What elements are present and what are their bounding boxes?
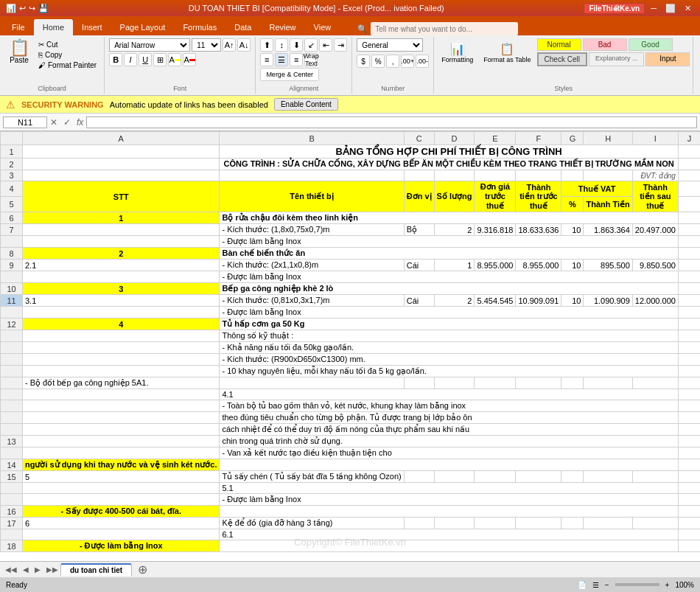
cell-asp1[interactable] [23, 330, 220, 342]
cell-a1[interactable] [23, 145, 220, 159]
cell-j3[interactable] [678, 170, 700, 181]
cell-c41[interactable] [404, 377, 434, 389]
style-normal[interactable]: Normal [537, 38, 581, 51]
cell-d15[interactable] [434, 471, 475, 483]
percent-button[interactable]: % [371, 55, 385, 68]
cell-j15b[interactable] [678, 483, 700, 494]
cell-b9[interactable]: - Kích thước: (2x1,1x0,8)m [220, 260, 404, 271]
decrease-font-button[interactable]: A↓ [237, 38, 251, 52]
cell-f15[interactable] [516, 471, 561, 483]
cell-jsp4[interactable] [678, 366, 700, 377]
cell-asp2[interactable] [23, 342, 220, 354]
cell-j12[interactable] [678, 318, 700, 330]
cell-a7[interactable] [23, 224, 220, 236]
col-header-j[interactable]: J [678, 132, 700, 145]
cell-j7[interactable] [678, 224, 700, 236]
cell-h3[interactable] [584, 170, 632, 181]
cell-b12[interactable]: Tủ hấp cơm ga 50 Kg [220, 318, 678, 330]
cell-b10[interactable]: Bếp ga công nghiệp khè 2 lò [220, 283, 678, 295]
quick-access-save[interactable]: 💾 [38, 4, 49, 13]
align-left-button[interactable]: ≡ [260, 53, 273, 66]
cell-g41[interactable] [561, 377, 584, 389]
cell-a16[interactable]: - Sấy được 400-500 cái bát, đĩa. [23, 506, 220, 518]
wrap-text-button[interactable]: Wrap Text [304, 53, 318, 66]
cell-a41d[interactable] [23, 412, 220, 424]
decrease-decimal-button[interactable]: .00- [416, 55, 429, 68]
tab-file[interactable]: File [3, 19, 34, 35]
cell-j11b[interactable] [678, 307, 700, 318]
cell-b14[interactable] [220, 459, 678, 471]
indent-decrease-button[interactable]: ⇤ [319, 38, 332, 52]
cell-c9[interactable]: Cái [404, 260, 434, 271]
cell-e17[interactable] [475, 518, 516, 529]
cell-b13b[interactable]: - Van xả kết nước tạo điều kiện thuận ti… [220, 448, 678, 459]
cell-j41b[interactable] [678, 389, 700, 400]
tab-formulas[interactable]: Formulas [174, 19, 225, 35]
spreadsheet-container[interactable]: A B C D E F G H I J K 1 BẢNG TỔNG HỢP CH… [0, 131, 700, 561]
cell-h11[interactable]: 1.090.909 [584, 295, 632, 307]
paste-button[interactable]: 📋 Paste [4, 38, 34, 83]
bold-button[interactable]: B [109, 53, 122, 66]
cell-b7b[interactable]: - Được làm bằng Inox [220, 236, 678, 248]
cancel-formula-icon[interactable]: ✕ [50, 117, 57, 128]
cell-i11[interactable]: 12.000.000 [632, 295, 678, 307]
increase-decimal-button[interactable]: .00+ [401, 55, 414, 68]
cell-b11b[interactable]: - Được làm bằng Inox [220, 307, 678, 318]
cell-h7[interactable]: 1.863.364 [584, 224, 632, 236]
cell-bsp1[interactable]: Thông số kỹ thuật : [220, 330, 678, 342]
cell-e4[interactable]: Đơn giá trước thuế [475, 181, 516, 212]
cell-f17[interactable] [516, 518, 561, 529]
search-input[interactable] [371, 22, 518, 35]
cell-j2[interactable] [678, 159, 700, 170]
cell-asp4[interactable] [23, 366, 220, 377]
tab-page-layout[interactable]: Page Layout [111, 19, 175, 35]
cell-b15[interactable]: Tủ sấy chén ( Tủ sấy bát đĩa 5 tầng khôn… [220, 471, 404, 483]
cell-a10[interactable]: 3 [23, 283, 220, 295]
cell-b9b[interactable]: - Được làm bằng Inox [220, 271, 678, 283]
cell-a9[interactable]: 2.1 [23, 260, 220, 271]
add-sheet-button[interactable]: ⊕ [133, 563, 152, 577]
sheet-tab-du-toan[interactable]: du toan chi tiet [60, 563, 132, 576]
enable-content-button[interactable]: Enable Content [274, 98, 338, 111]
cell-a2[interactable] [23, 159, 220, 170]
align-middle-button[interactable]: ↕ [275, 38, 288, 52]
col-header-b[interactable]: B [220, 132, 404, 145]
cell-j13[interactable] [678, 436, 700, 448]
cell-b41d[interactable]: theo đúng tiêu chuẩn cho từng bộ phận. T… [220, 412, 678, 424]
cell-g17[interactable] [561, 518, 584, 529]
cell-asp3[interactable] [23, 354, 220, 366]
cell-j41d[interactable] [678, 412, 700, 424]
cell-b11[interactable]: - Kích thước: (0,81x0,3x1,7)m [220, 295, 404, 307]
cell-b41b[interactable]: 4.1 [220, 389, 678, 400]
cell-f9[interactable]: 8.955.000 [516, 260, 561, 271]
cell-a13[interactable] [23, 436, 220, 448]
col-header-c[interactable]: C [404, 132, 434, 145]
cell-bsp4[interactable]: - 10 khay nguyên liệu, mỗi khay nấu tối … [220, 366, 678, 377]
cell-j14[interactable] [678, 459, 700, 471]
cell-b4[interactable]: Tên thiết bị [220, 181, 404, 212]
cell-j11[interactable] [678, 295, 700, 307]
col-header-d[interactable]: D [434, 132, 475, 145]
cell-a14[interactable]: người sử dụng khi thay nước và vệ sinh k… [23, 459, 220, 471]
cell-a41e[interactable] [23, 424, 220, 436]
cell-j7b[interactable] [678, 236, 700, 248]
increase-font-button[interactable]: A↑ [223, 38, 236, 52]
cell-b41c[interactable]: - Toàn bộ tủ bao gồm thân vỏ, két nước, … [220, 400, 678, 412]
normal-view-btn[interactable]: ☰ [592, 581, 599, 589]
formula-input[interactable] [86, 116, 697, 128]
cell-j15c[interactable] [678, 494, 700, 506]
align-top-button[interactable]: ⬆ [260, 38, 273, 52]
style-check-cell[interactable]: Check Cell [537, 52, 587, 66]
cell-i4[interactable]: Thành tiền sau thuế [632, 181, 678, 212]
cell-a12[interactable]: 4 [23, 318, 220, 330]
cell-i7[interactable]: 20.497.000 [632, 224, 678, 236]
cell-f7[interactable]: 18.633.636 [516, 224, 561, 236]
cell-c17[interactable] [404, 518, 434, 529]
indent-increase-button[interactable]: ⇥ [334, 38, 347, 52]
number-format-select[interactable]: General [357, 38, 423, 52]
cell-a17[interactable]: 6 [23, 518, 220, 529]
style-explanatory[interactable]: Explanatory ... [589, 52, 645, 66]
cell-d11[interactable]: 2 [434, 295, 475, 307]
confirm-formula-icon[interactable]: ✓ [63, 117, 71, 128]
cell-e15[interactable] [475, 471, 516, 483]
